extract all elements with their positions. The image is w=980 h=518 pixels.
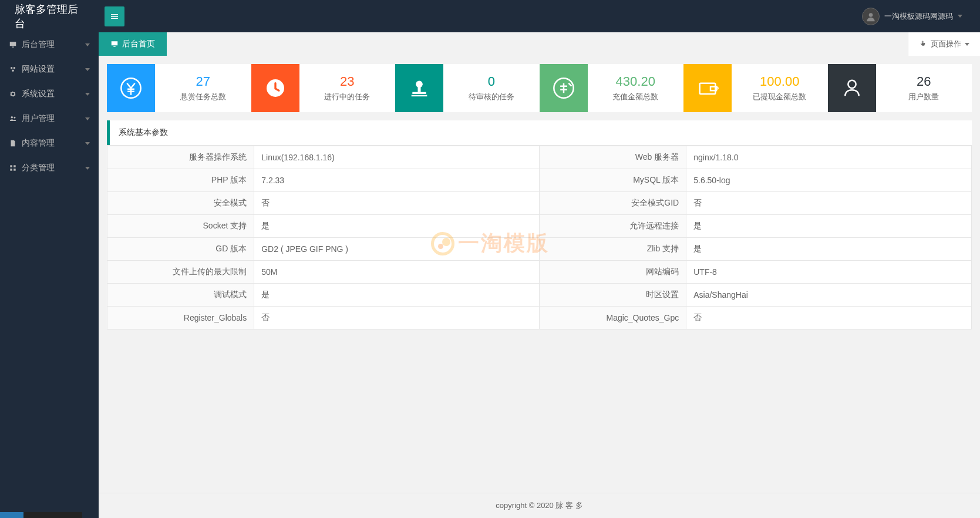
sidebar-item-1[interactable]: 网站设置: [0, 57, 99, 82]
sidebar-item-3[interactable]: 用户管理: [0, 106, 99, 131]
stat-card-0[interactable]: 27 悬赏任务总数: [107, 64, 251, 112]
stat-label: 充值金额总数: [612, 92, 658, 102]
page-title: 脉客多管理后台: [0, 2, 99, 31]
param-value: UTF-8: [686, 261, 972, 284]
param-value: Asia/ShangHai: [686, 284, 972, 307]
chevron-down-icon: [85, 93, 90, 96]
gear-cluster-icon: [9, 65, 17, 73]
clock-icon: [251, 64, 299, 112]
page-operations-menu[interactable]: 页面操作: [908, 32, 980, 56]
gear-icon: [9, 90, 17, 98]
stat-label: 已提现金额总数: [753, 92, 806, 102]
table-row: Register_Globals 否 Magic_Quotes_Gpc 否: [107, 307, 972, 329]
table-row: PHP 版本 7.2.33 MySQL 版本 5.6.50-log: [107, 169, 972, 192]
system-params-table: 服务器操作系统 Linux(192.168.1.16) Web 服务器 ngin…: [107, 146, 972, 329]
param-label: Socket 支持: [107, 215, 254, 238]
param-value: 7.2.33: [254, 169, 540, 192]
param-value: nginx/1.18.0: [686, 146, 972, 169]
param-value: 是: [686, 215, 972, 238]
table-row: 服务器操作系统 Linux(192.168.1.16) Web 服务器 ngin…: [107, 146, 972, 169]
stat-card-3[interactable]: 430.20 充值金额总数: [540, 64, 684, 112]
sidebar-item-2[interactable]: 系统设置: [0, 82, 99, 106]
param-value: 是: [254, 215, 540, 238]
sidebar-item-label: 系统设置: [22, 89, 55, 99]
param-label: Magic_Quotes_Gpc: [539, 307, 686, 329]
param-value: 否: [686, 307, 972, 329]
stat-label: 用户数量: [908, 92, 939, 102]
param-label: 服务器操作系统: [107, 146, 254, 169]
stat-card-5[interactable]: 26 用户数量: [828, 64, 972, 112]
param-value: 是: [686, 238, 972, 261]
param-label: MySQL 版本: [539, 169, 686, 192]
param-value: 否: [254, 192, 540, 215]
param-value: GD2 ( JPEG GIF PNG ): [254, 238, 540, 261]
monitor-icon: [110, 40, 119, 48]
doc-icon: [9, 139, 17, 147]
stat-value: 23: [340, 74, 354, 89]
yen-icon: [107, 64, 155, 112]
param-label: 安全模式: [107, 192, 254, 215]
avatar-icon: [862, 8, 880, 25]
table-row: GD 版本 GD2 ( JPEG GIF PNG ) Zlib 支持 是: [107, 238, 972, 261]
param-value: 是: [254, 284, 540, 307]
stat-label: 悬赏任务总数: [180, 92, 226, 102]
page-ops-label: 页面操作: [931, 39, 961, 49]
chevron-down-icon: [85, 117, 90, 120]
panel-title: 系统基本参数: [107, 120, 972, 145]
param-label: 文件上传的最大限制: [107, 261, 254, 284]
sidebar-item-label: 后台管理: [22, 39, 55, 50]
sidebar-item-5[interactable]: 分类管理: [0, 156, 99, 180]
table-row: 调试模式 是 时区设置 Asia/ShangHai: [107, 284, 972, 307]
monitor-icon: [9, 41, 17, 49]
chevron-down-icon: [958, 15, 962, 18]
user-name: 一淘模板源码网源码: [884, 11, 953, 22]
param-label: 时区设置: [539, 284, 686, 307]
param-label: Web 服务器: [539, 146, 686, 169]
stamp-icon: [395, 64, 443, 112]
table-row: 安全模式 否 安全模式GID 否: [107, 192, 972, 215]
sidebar: 后台管理网站设置系统设置用户管理内容管理分类管理: [0, 32, 99, 518]
menu-toggle-button[interactable]: [105, 6, 124, 26]
stat-card-2[interactable]: 0 待审核的任务: [395, 64, 540, 112]
stat-label: 待审核的任务: [469, 92, 514, 102]
sidebar-item-4[interactable]: 内容管理: [0, 131, 99, 156]
sidebar-item-label: 内容管理: [22, 138, 55, 149]
param-label: Zlib 支持: [539, 238, 686, 261]
user-menu[interactable]: 一淘模板源码网源码: [850, 8, 974, 25]
stat-card-4[interactable]: 100.00 已提现金额总数: [683, 64, 828, 112]
sidebar-item-label: 分类管理: [22, 163, 55, 173]
chevron-down-icon: [85, 68, 90, 71]
wallet-icon: [683, 64, 732, 112]
param-label: 允许远程连接: [539, 215, 686, 238]
stat-label: 进行中的任务: [324, 92, 370, 102]
param-value: 5.6.50-log: [686, 169, 972, 192]
param-value: 否: [686, 192, 972, 215]
tab-home[interactable]: 后台首页: [99, 32, 167, 56]
sidebar-item-label: 用户管理: [22, 113, 55, 124]
sidebar-item-0[interactable]: 后台管理: [0, 32, 99, 57]
stat-value: 26: [917, 74, 931, 89]
param-label: 安全模式GID: [539, 192, 686, 215]
stat-value: 100.00: [760, 74, 799, 89]
taskbar-artifact: [0, 512, 82, 518]
grid-icon: [9, 164, 17, 172]
param-label: PHP 版本: [107, 169, 254, 192]
stat-value: 0: [488, 74, 495, 89]
param-label: Register_Globals: [107, 307, 254, 329]
table-row: 文件上传的最大限制 50M 网站编码 UTF-8: [107, 261, 972, 284]
users-icon: [9, 115, 17, 123]
chevron-down-icon: [85, 43, 90, 46]
param-value: Linux(192.168.1.16): [254, 146, 540, 169]
hand-icon: [919, 40, 927, 48]
footer: copyright © 2020 脉 客 多: [99, 493, 980, 518]
stat-card-1[interactable]: 23 进行中的任务: [251, 64, 396, 112]
param-label: GD 版本: [107, 238, 254, 261]
person-icon: [828, 64, 876, 112]
param-label: 网站编码: [539, 261, 686, 284]
table-row: Socket 支持 是 允许远程连接 是: [107, 215, 972, 238]
chevron-down-icon: [965, 43, 969, 46]
sidebar-item-label: 网站设置: [22, 64, 55, 75]
param-value: 否: [254, 307, 540, 329]
chevron-down-icon: [85, 167, 90, 170]
param-label: 调试模式: [107, 284, 254, 307]
